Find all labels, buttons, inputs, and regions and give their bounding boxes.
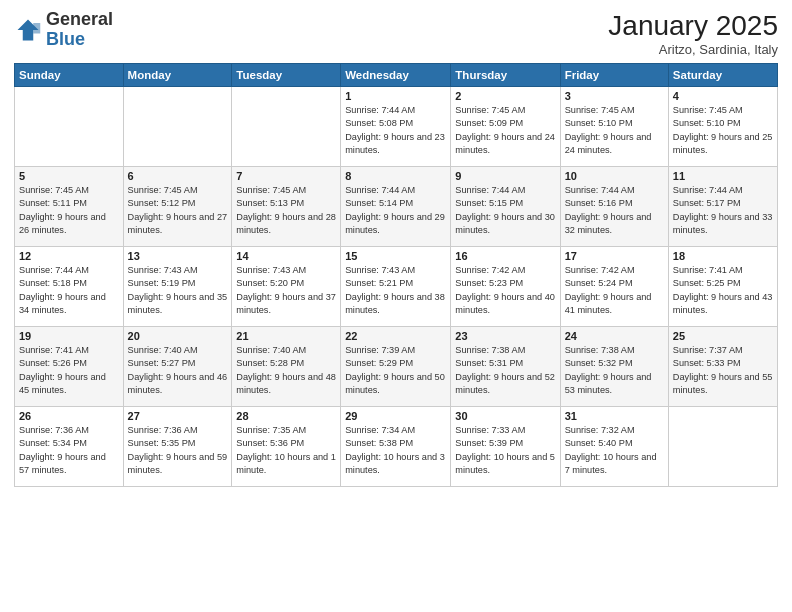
day-number: 14	[236, 250, 336, 262]
day-info: Sunrise: 7:36 AMSunset: 5:35 PMDaylight:…	[128, 424, 228, 477]
week-row-3: 19Sunrise: 7:41 AMSunset: 5:26 PMDayligh…	[15, 327, 778, 407]
day-info: Sunrise: 7:43 AMSunset: 5:19 PMDaylight:…	[128, 264, 228, 317]
day-info: Sunrise: 7:36 AMSunset: 5:34 PMDaylight:…	[19, 424, 119, 477]
weekday-header-friday: Friday	[560, 64, 668, 87]
calendar-cell: 9Sunrise: 7:44 AMSunset: 5:15 PMDaylight…	[451, 167, 560, 247]
day-number: 13	[128, 250, 228, 262]
svg-marker-1	[33, 23, 40, 34]
day-number: 9	[455, 170, 555, 182]
calendar-cell: 26Sunrise: 7:36 AMSunset: 5:34 PMDayligh…	[15, 407, 124, 487]
calendar-cell: 4Sunrise: 7:45 AMSunset: 5:10 PMDaylight…	[668, 87, 777, 167]
day-info: Sunrise: 7:44 AMSunset: 5:16 PMDaylight:…	[565, 184, 664, 237]
day-info: Sunrise: 7:35 AMSunset: 5:36 PMDaylight:…	[236, 424, 336, 477]
day-info: Sunrise: 7:33 AMSunset: 5:39 PMDaylight:…	[455, 424, 555, 477]
calendar-cell: 6Sunrise: 7:45 AMSunset: 5:12 PMDaylight…	[123, 167, 232, 247]
day-info: Sunrise: 7:45 AMSunset: 5:10 PMDaylight:…	[565, 104, 664, 157]
day-info: Sunrise: 7:44 AMSunset: 5:15 PMDaylight:…	[455, 184, 555, 237]
calendar-cell: 20Sunrise: 7:40 AMSunset: 5:27 PMDayligh…	[123, 327, 232, 407]
calendar-cell: 7Sunrise: 7:45 AMSunset: 5:13 PMDaylight…	[232, 167, 341, 247]
day-number: 17	[565, 250, 664, 262]
day-number: 25	[673, 330, 773, 342]
day-info: Sunrise: 7:45 AMSunset: 5:09 PMDaylight:…	[455, 104, 555, 157]
day-info: Sunrise: 7:44 AMSunset: 5:17 PMDaylight:…	[673, 184, 773, 237]
day-number: 22	[345, 330, 446, 342]
calendar-cell	[668, 407, 777, 487]
header: General Blue January 2025 Aritzo, Sardin…	[14, 10, 778, 57]
day-number: 23	[455, 330, 555, 342]
day-number: 8	[345, 170, 446, 182]
day-number: 24	[565, 330, 664, 342]
day-info: Sunrise: 7:38 AMSunset: 5:32 PMDaylight:…	[565, 344, 664, 397]
day-number: 20	[128, 330, 228, 342]
logo-blue: Blue	[46, 29, 85, 49]
calendar-cell	[15, 87, 124, 167]
weekday-header-saturday: Saturday	[668, 64, 777, 87]
title-block: January 2025 Aritzo, Sardinia, Italy	[608, 10, 778, 57]
day-info: Sunrise: 7:42 AMSunset: 5:23 PMDaylight:…	[455, 264, 555, 317]
page: General Blue January 2025 Aritzo, Sardin…	[0, 0, 792, 612]
calendar-cell: 8Sunrise: 7:44 AMSunset: 5:14 PMDaylight…	[341, 167, 451, 247]
day-info: Sunrise: 7:34 AMSunset: 5:38 PMDaylight:…	[345, 424, 446, 477]
day-number: 21	[236, 330, 336, 342]
calendar-cell: 13Sunrise: 7:43 AMSunset: 5:19 PMDayligh…	[123, 247, 232, 327]
day-number: 18	[673, 250, 773, 262]
calendar-cell: 24Sunrise: 7:38 AMSunset: 5:32 PMDayligh…	[560, 327, 668, 407]
weekday-header-wednesday: Wednesday	[341, 64, 451, 87]
day-info: Sunrise: 7:41 AMSunset: 5:26 PMDaylight:…	[19, 344, 119, 397]
weekday-header-row: SundayMondayTuesdayWednesdayThursdayFrid…	[15, 64, 778, 87]
calendar-cell: 21Sunrise: 7:40 AMSunset: 5:28 PMDayligh…	[232, 327, 341, 407]
logo-general: General	[46, 9, 113, 29]
calendar-cell: 22Sunrise: 7:39 AMSunset: 5:29 PMDayligh…	[341, 327, 451, 407]
calendar-cell	[123, 87, 232, 167]
day-info: Sunrise: 7:42 AMSunset: 5:24 PMDaylight:…	[565, 264, 664, 317]
calendar-cell: 30Sunrise: 7:33 AMSunset: 5:39 PMDayligh…	[451, 407, 560, 487]
weekday-header-tuesday: Tuesday	[232, 64, 341, 87]
calendar-table: SundayMondayTuesdayWednesdayThursdayFrid…	[14, 63, 778, 487]
day-info: Sunrise: 7:43 AMSunset: 5:21 PMDaylight:…	[345, 264, 446, 317]
day-info: Sunrise: 7:41 AMSunset: 5:25 PMDaylight:…	[673, 264, 773, 317]
calendar-cell: 12Sunrise: 7:44 AMSunset: 5:18 PMDayligh…	[15, 247, 124, 327]
calendar-cell: 28Sunrise: 7:35 AMSunset: 5:36 PMDayligh…	[232, 407, 341, 487]
week-row-1: 5Sunrise: 7:45 AMSunset: 5:11 PMDaylight…	[15, 167, 778, 247]
calendar-cell: 17Sunrise: 7:42 AMSunset: 5:24 PMDayligh…	[560, 247, 668, 327]
day-number: 28	[236, 410, 336, 422]
day-info: Sunrise: 7:40 AMSunset: 5:28 PMDaylight:…	[236, 344, 336, 397]
calendar-cell: 25Sunrise: 7:37 AMSunset: 5:33 PMDayligh…	[668, 327, 777, 407]
day-number: 4	[673, 90, 773, 102]
month-title: January 2025	[608, 10, 778, 42]
calendar-cell: 5Sunrise: 7:45 AMSunset: 5:11 PMDaylight…	[15, 167, 124, 247]
calendar-cell: 11Sunrise: 7:44 AMSunset: 5:17 PMDayligh…	[668, 167, 777, 247]
calendar-cell: 3Sunrise: 7:45 AMSunset: 5:10 PMDaylight…	[560, 87, 668, 167]
day-info: Sunrise: 7:44 AMSunset: 5:18 PMDaylight:…	[19, 264, 119, 317]
day-number: 10	[565, 170, 664, 182]
calendar-cell: 1Sunrise: 7:44 AMSunset: 5:08 PMDaylight…	[341, 87, 451, 167]
day-info: Sunrise: 7:40 AMSunset: 5:27 PMDaylight:…	[128, 344, 228, 397]
weekday-header-sunday: Sunday	[15, 64, 124, 87]
week-row-2: 12Sunrise: 7:44 AMSunset: 5:18 PMDayligh…	[15, 247, 778, 327]
week-row-4: 26Sunrise: 7:36 AMSunset: 5:34 PMDayligh…	[15, 407, 778, 487]
day-info: Sunrise: 7:32 AMSunset: 5:40 PMDaylight:…	[565, 424, 664, 477]
day-number: 16	[455, 250, 555, 262]
calendar-cell: 31Sunrise: 7:32 AMSunset: 5:40 PMDayligh…	[560, 407, 668, 487]
day-number: 1	[345, 90, 446, 102]
calendar-cell: 14Sunrise: 7:43 AMSunset: 5:20 PMDayligh…	[232, 247, 341, 327]
day-number: 12	[19, 250, 119, 262]
day-number: 2	[455, 90, 555, 102]
day-info: Sunrise: 7:45 AMSunset: 5:10 PMDaylight:…	[673, 104, 773, 157]
weekday-header-monday: Monday	[123, 64, 232, 87]
week-row-0: 1Sunrise: 7:44 AMSunset: 5:08 PMDaylight…	[15, 87, 778, 167]
day-number: 7	[236, 170, 336, 182]
calendar-cell: 23Sunrise: 7:38 AMSunset: 5:31 PMDayligh…	[451, 327, 560, 407]
logo-text: General Blue	[46, 10, 113, 50]
day-info: Sunrise: 7:45 AMSunset: 5:11 PMDaylight:…	[19, 184, 119, 237]
location: Aritzo, Sardinia, Italy	[608, 42, 778, 57]
day-info: Sunrise: 7:44 AMSunset: 5:14 PMDaylight:…	[345, 184, 446, 237]
day-number: 3	[565, 90, 664, 102]
day-number: 19	[19, 330, 119, 342]
day-info: Sunrise: 7:37 AMSunset: 5:33 PMDaylight:…	[673, 344, 773, 397]
day-number: 30	[455, 410, 555, 422]
calendar-cell: 10Sunrise: 7:44 AMSunset: 5:16 PMDayligh…	[560, 167, 668, 247]
day-info: Sunrise: 7:43 AMSunset: 5:20 PMDaylight:…	[236, 264, 336, 317]
day-info: Sunrise: 7:45 AMSunset: 5:13 PMDaylight:…	[236, 184, 336, 237]
calendar-cell: 2Sunrise: 7:45 AMSunset: 5:09 PMDaylight…	[451, 87, 560, 167]
